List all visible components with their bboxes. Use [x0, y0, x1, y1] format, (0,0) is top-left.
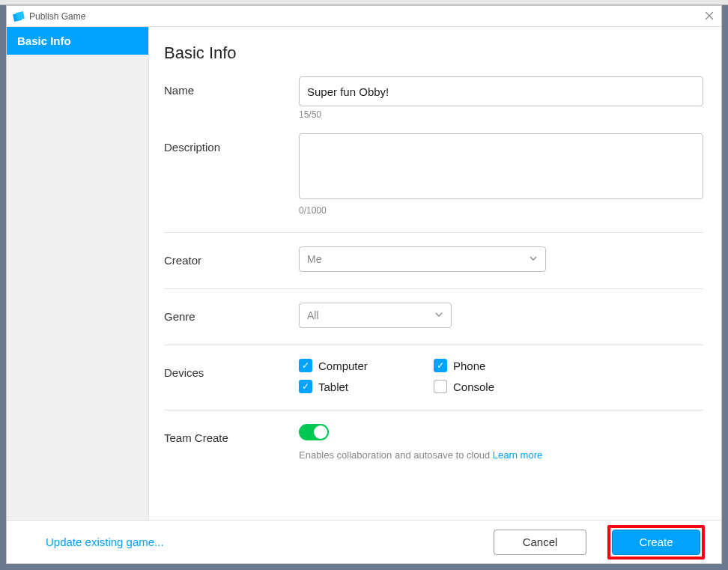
- checkbox-icon: ✓: [434, 359, 447, 372]
- device-label: Tablet: [318, 380, 348, 393]
- create-button[interactable]: Create: [612, 530, 700, 555]
- roblox-studio-icon: [13, 10, 25, 22]
- checkbox-icon: [434, 380, 447, 393]
- device-label: Console: [453, 380, 494, 393]
- learn-more-link[interactable]: Learn more: [493, 449, 542, 461]
- field-row-description: Description 0/1000: [164, 133, 703, 233]
- titlebar: Publish Game: [7, 6, 721, 27]
- toggle-knob: [314, 425, 327, 439]
- device-checkbox-tablet[interactable]: ✓ Tablet: [299, 380, 434, 393]
- create-button-highlight: Create: [607, 525, 705, 560]
- update-existing-game-link[interactable]: Update existing game...: [46, 536, 164, 548]
- name-input[interactable]: [299, 76, 703, 106]
- field-row-devices: Devices ✓ Computer ✓ Phone ✓ Ta: [164, 359, 703, 410]
- checkbox-icon: ✓: [299, 380, 312, 393]
- page-title: Basic Info: [164, 43, 703, 63]
- name-label: Name: [164, 76, 299, 120]
- cancel-button[interactable]: Cancel: [494, 530, 586, 555]
- svg-rect-1: [16, 11, 25, 20]
- description-input[interactable]: [299, 133, 703, 199]
- field-row-genre: Genre All: [164, 303, 703, 345]
- chevron-down-icon: [529, 253, 538, 265]
- genre-label: Genre: [164, 303, 299, 328]
- device-label: Computer: [318, 360, 368, 372]
- devices-label: Devices: [164, 359, 299, 393]
- device-checkbox-console[interactable]: Console: [434, 380, 568, 393]
- device-checkbox-computer[interactable]: ✓ Computer: [299, 359, 434, 372]
- footer: Update existing game... Cancel Create: [7, 520, 721, 563]
- description-label: Description: [164, 133, 299, 216]
- name-counter: 15/50: [299, 109, 703, 120]
- field-row-team-create: Team Create Enables collaboration and au…: [164, 424, 703, 477]
- close-icon[interactable]: [705, 10, 714, 22]
- device-checkbox-phone[interactable]: ✓ Phone: [434, 359, 568, 372]
- team-create-toggle[interactable]: [299, 424, 329, 440]
- creator-selected: Me: [307, 253, 321, 265]
- chevron-down-icon: [434, 309, 443, 321]
- sidebar-item-basic-info[interactable]: Basic Info: [7, 27, 148, 55]
- team-create-label: Team Create: [164, 424, 299, 461]
- checkbox-icon: ✓: [299, 359, 312, 372]
- help-text: Enables collaboration and autosave to cl…: [299, 449, 493, 461]
- field-row-creator: Creator Me: [164, 246, 703, 289]
- main-panel: Basic Info Name 15/50 Description 0/1000: [149, 27, 721, 520]
- window-title: Publish Game: [29, 11, 85, 22]
- creator-select[interactable]: Me: [299, 246, 546, 272]
- device-label: Phone: [453, 360, 485, 372]
- window-body: Basic Info Basic Info Name 15/50 Descrip…: [7, 27, 721, 520]
- sidebar: Basic Info: [7, 27, 149, 520]
- description-counter: 0/1000: [299, 205, 703, 216]
- sidebar-item-label: Basic Info: [17, 34, 71, 47]
- background-toolbar: [0, 0, 728, 5]
- publish-game-window: Publish Game Basic Info Basic Info Name …: [6, 5, 722, 564]
- genre-select[interactable]: All: [299, 303, 452, 328]
- team-create-help: Enables collaboration and autosave to cl…: [299, 449, 703, 461]
- genre-selected: All: [307, 309, 319, 321]
- creator-label: Creator: [164, 246, 299, 272]
- field-row-name: Name 15/50: [164, 76, 703, 124]
